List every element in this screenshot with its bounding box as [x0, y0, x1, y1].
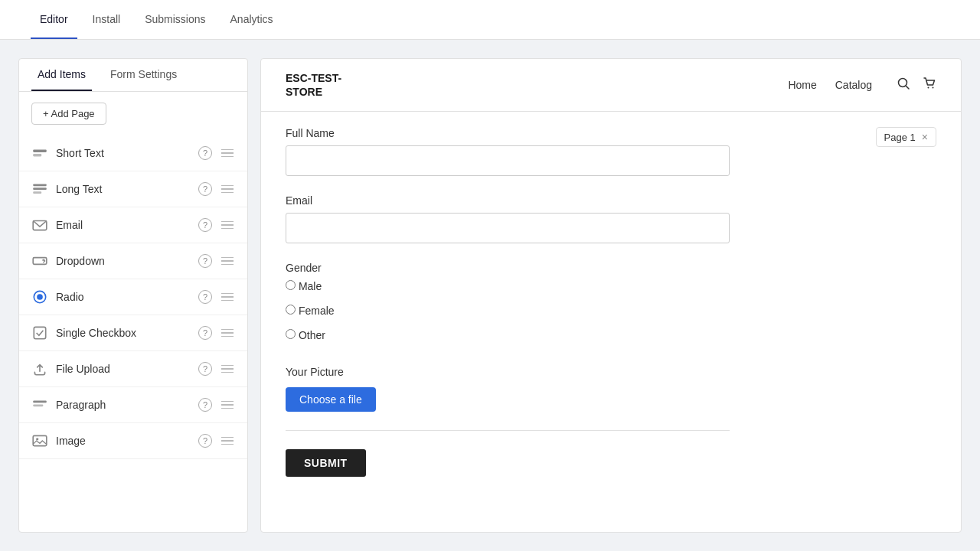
tab-add-items[interactable]: Add Items — [31, 59, 92, 91]
image-label: Image — [56, 435, 198, 447]
nav-home[interactable]: Home — [788, 79, 816, 91]
svg-point-14 — [899, 79, 907, 87]
list-item[interactable]: File Upload ? — [19, 351, 247, 387]
long-text-icon — [31, 181, 48, 197]
svg-rect-11 — [33, 404, 43, 406]
short-text-icon — [31, 145, 48, 161]
svg-point-13 — [36, 438, 38, 440]
svg-rect-2 — [33, 184, 47, 186]
file-upload-drag[interactable] — [220, 364, 235, 375]
right-panel: ESC-TEST- STORE Home Catalog — [260, 58, 962, 533]
radio-male[interactable]: Male — [286, 280, 936, 292]
email-help[interactable]: ? — [198, 218, 212, 232]
email-input[interactable] — [286, 213, 730, 243]
store-nav: Home Catalog — [788, 79, 872, 91]
long-text-drag[interactable] — [220, 184, 235, 195]
gender-field: Gender Male Female Other — [286, 262, 936, 347]
short-text-help[interactable]: ? — [198, 146, 212, 160]
radio-other-input[interactable] — [286, 329, 296, 339]
store-icons — [897, 77, 936, 93]
submit-button[interactable]: SUBMIT — [286, 449, 366, 477]
svg-point-8 — [37, 294, 43, 300]
dropdown-help[interactable]: ? — [198, 254, 212, 268]
radio-label: Radio — [56, 291, 198, 303]
radio-other[interactable]: Other — [286, 329, 936, 341]
form-items-list: Short Text ? Long Text ? — [19, 135, 247, 471]
radio-female-input[interactable] — [286, 305, 296, 315]
long-text-help[interactable]: ? — [198, 182, 212, 196]
paragraph-icon — [31, 396, 48, 413]
cart-icon[interactable] — [923, 77, 936, 93]
form-content: Page 1 × Full Name Email Gender Male — [261, 112, 961, 507]
image-help[interactable]: ? — [198, 434, 212, 448]
list-item[interactable]: Email ? — [19, 207, 247, 243]
paragraph-drag[interactable] — [220, 399, 235, 411]
picture-field: Your Picture Choose a file — [286, 366, 936, 412]
paragraph-help[interactable]: ? — [198, 398, 212, 412]
full-name-input[interactable] — [286, 145, 730, 176]
full-name-field: Full Name — [286, 127, 936, 176]
list-item[interactable]: Image ? — [19, 423, 247, 459]
page-badge-close[interactable]: × — [922, 131, 928, 143]
list-item[interactable]: Dropdown ? — [19, 243, 247, 279]
tab-editor[interactable]: Editor — [31, 1, 77, 39]
page-badge-label: Page 1 — [884, 132, 916, 143]
svg-point-16 — [928, 87, 929, 89]
radio-male-input[interactable] — [286, 280, 296, 290]
single-checkbox-drag[interactable] — [220, 328, 235, 339]
radio-help[interactable]: ? — [198, 290, 212, 304]
radio-drag[interactable] — [220, 292, 235, 303]
store-logo: ESC-TEST- STORE — [286, 71, 341, 99]
email-icon — [31, 217, 48, 233]
dropdown-icon — [31, 253, 48, 269]
nav-catalog[interactable]: Catalog — [835, 79, 872, 91]
tab-analytics[interactable]: Analytics — [221, 1, 283, 39]
choose-file-button[interactable]: Choose a file — [286, 387, 376, 412]
store-header: ESC-TEST- STORE Home Catalog — [261, 59, 961, 112]
image-icon — [31, 432, 48, 449]
list-item[interactable]: Radio ? — [19, 279, 247, 315]
svg-rect-0 — [33, 150, 47, 152]
svg-rect-4 — [33, 191, 41, 194]
email-drag[interactable] — [220, 220, 235, 231]
list-item[interactable]: Long Text ? — [19, 171, 247, 207]
svg-rect-12 — [33, 435, 47, 445]
list-item[interactable]: Single Checkbox ? — [19, 315, 247, 351]
radio-male-label: Male — [299, 280, 322, 292]
page-badge: Page 1 × — [876, 127, 936, 147]
radio-female-label: Female — [299, 305, 335, 317]
file-upload-help[interactable]: ? — [198, 362, 212, 376]
email-field: Email — [286, 194, 936, 243]
svg-rect-1 — [33, 154, 41, 156]
svg-point-17 — [933, 87, 934, 89]
main-content: Add Items Form Settings + Add Page Short… — [0, 40, 980, 551]
image-drag[interactable] — [220, 435, 235, 447]
tab-form-settings[interactable]: Form Settings — [104, 59, 183, 91]
checkbox-icon — [31, 324, 48, 341]
list-item[interactable]: Short Text ? — [19, 135, 247, 171]
dropdown-drag[interactable] — [220, 256, 235, 267]
radio-other-label: Other — [299, 329, 325, 341]
full-name-label: Full Name — [286, 127, 936, 139]
paragraph-label: Paragraph — [56, 399, 198, 411]
long-text-label: Long Text — [56, 183, 198, 195]
email-label: Email — [286, 194, 936, 207]
tab-submissions[interactable]: Submissions — [136, 1, 214, 39]
tab-install[interactable]: Install — [83, 1, 130, 39]
panel-tabs: Add Items Form Settings — [19, 59, 247, 92]
form-divider — [286, 430, 730, 431]
dropdown-label: Dropdown — [56, 255, 198, 267]
radio-icon — [31, 289, 48, 305]
add-page-button[interactable]: + Add Page — [31, 103, 106, 125]
email-label: Email — [56, 219, 198, 231]
file-upload-label: File Upload — [56, 363, 198, 375]
svg-rect-3 — [33, 187, 47, 190]
left-panel: Add Items Form Settings + Add Page Short… — [18, 58, 248, 533]
gender-label: Gender — [286, 262, 936, 274]
radio-female[interactable]: Female — [286, 305, 936, 317]
file-upload-icon — [31, 360, 48, 377]
list-item[interactable]: Paragraph ? — [19, 387, 247, 423]
short-text-drag[interactable] — [220, 148, 235, 159]
search-icon[interactable] — [897, 77, 910, 93]
single-checkbox-help[interactable]: ? — [198, 326, 212, 340]
